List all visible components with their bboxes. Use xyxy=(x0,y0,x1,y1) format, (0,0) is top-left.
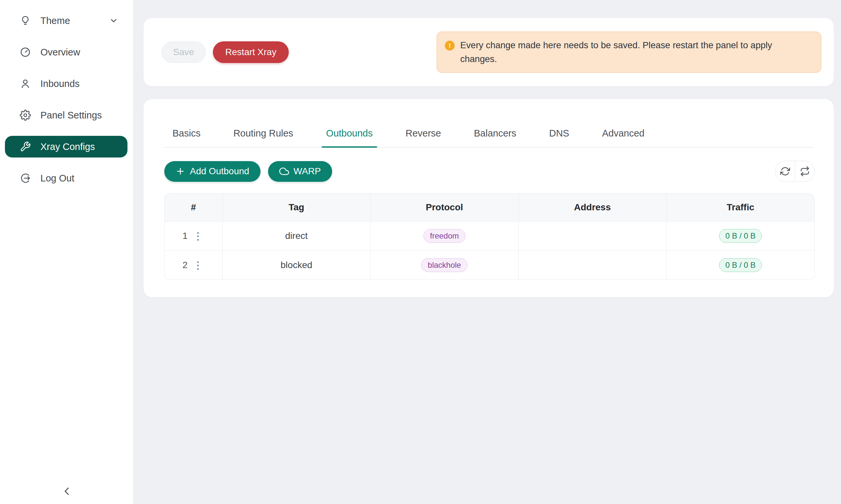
column-header-protocol: Protocol xyxy=(371,194,518,221)
sidebar-item-label: Log Out xyxy=(40,173,74,184)
outbounds-table: # Tag Protocol Address Traffic 1 xyxy=(164,193,815,280)
tab-outbounds[interactable]: Outbounds xyxy=(326,128,373,147)
row-menu-icon[interactable]: ⋮ xyxy=(191,260,204,270)
sidebar-item-theme[interactable]: Theme xyxy=(5,10,127,32)
sidebar-item-panel-settings[interactable]: Panel Settings xyxy=(5,104,127,126)
sidebar-item-label: Theme xyxy=(40,15,70,26)
sidebar-item-label: Inbounds xyxy=(40,78,80,89)
lightbulb-icon xyxy=(20,15,31,26)
chevron-down-icon xyxy=(109,16,118,25)
table-row: 1 ⋮ direct freedom 0 B / 0 B xyxy=(165,221,814,251)
traffic-badge: 0 B / 0 B xyxy=(719,229,762,243)
add-outbound-label: Add Outbound xyxy=(190,166,250,177)
sidebar-item-label: Panel Settings xyxy=(40,110,102,121)
user-icon xyxy=(20,78,31,89)
column-header-tag: Tag xyxy=(222,194,370,221)
refresh-icon xyxy=(780,166,790,176)
row-index: 1 xyxy=(182,231,188,241)
address-cell xyxy=(518,251,666,280)
sidebar-item-label: Overview xyxy=(40,47,80,58)
toggle-view-button[interactable] xyxy=(795,161,814,181)
tab-balancers[interactable]: Balancers xyxy=(474,128,516,147)
tab-dns[interactable]: DNS xyxy=(549,128,569,147)
protocol-badge: blackhole xyxy=(421,258,467,272)
chevron-left-icon xyxy=(61,485,73,499)
refresh-button[interactable] xyxy=(775,161,795,181)
sidebar-collapse-button[interactable] xyxy=(0,485,133,499)
sidebar-item-inbounds[interactable]: Inbounds xyxy=(5,73,127,94)
tab-basics[interactable]: Basics xyxy=(172,128,201,147)
gear-icon xyxy=(20,110,31,121)
sidebar-nav: Theme Overview xyxy=(0,0,133,189)
column-header-index: # xyxy=(165,194,222,221)
traffic-badge: 0 B / 0 B xyxy=(719,258,762,272)
config-tab-bar: Basics Routing Rules Outbounds Reverse B… xyxy=(164,99,813,148)
gauge-icon xyxy=(20,47,31,58)
tag-cell: blocked xyxy=(222,251,370,280)
sidebar-item-xray-configs[interactable]: Xray Configs xyxy=(5,136,127,158)
row-menu-icon[interactable]: ⋮ xyxy=(191,231,204,241)
add-outbound-button[interactable]: Add Outbound xyxy=(164,161,260,182)
tab-advanced[interactable]: Advanced xyxy=(602,128,645,147)
tab-reverse[interactable]: Reverse xyxy=(406,128,441,147)
tab-routing-rules[interactable]: Routing Rules xyxy=(233,128,293,147)
restart-warning-alert: ! Every change made here needs to be sav… xyxy=(436,32,821,73)
restart-xray-button[interactable]: Restart Xray xyxy=(213,41,289,63)
xray-panel-screen: Theme Overview xyxy=(0,0,841,504)
toolbar-card: Save Restart Xray ! Every change made he… xyxy=(143,18,834,86)
sidebar-item-overview[interactable]: Overview xyxy=(5,41,127,63)
repeat-icon xyxy=(800,166,810,176)
column-header-traffic: Traffic xyxy=(666,194,814,221)
cloud-icon xyxy=(279,166,289,176)
warning-icon: ! xyxy=(445,41,455,51)
protocol-badge: freedom xyxy=(424,229,465,243)
outbounds-actions-row: Add Outbound WARP xyxy=(164,161,815,182)
warp-label: WARP xyxy=(294,166,321,177)
plus-icon xyxy=(175,166,185,176)
logout-icon xyxy=(20,173,31,184)
sidebar-item-log-out[interactable]: Log Out xyxy=(5,167,127,189)
column-header-address: Address xyxy=(518,194,666,221)
table-row: 2 ⋮ blocked blackhole 0 B / 0 B xyxy=(165,251,814,280)
alert-text: Every change made here needs to be saved… xyxy=(460,38,811,66)
row-index: 2 xyxy=(182,260,188,270)
address-cell xyxy=(518,221,666,251)
xray-config-card: Basics Routing Rules Outbounds Reverse B… xyxy=(143,99,834,297)
table-header-row: # Tag Protocol Address Traffic xyxy=(165,194,814,221)
sidebar: Theme Overview xyxy=(0,0,133,504)
wrench-icon xyxy=(20,141,31,152)
tag-cell: direct xyxy=(222,221,370,251)
main-content: Save Restart Xray ! Every change made he… xyxy=(133,0,841,504)
save-button[interactable]: Save xyxy=(161,42,206,63)
sidebar-item-label: Xray Configs xyxy=(40,141,95,152)
warp-button[interactable]: WARP xyxy=(268,161,332,182)
table-tools-group xyxy=(775,161,815,182)
